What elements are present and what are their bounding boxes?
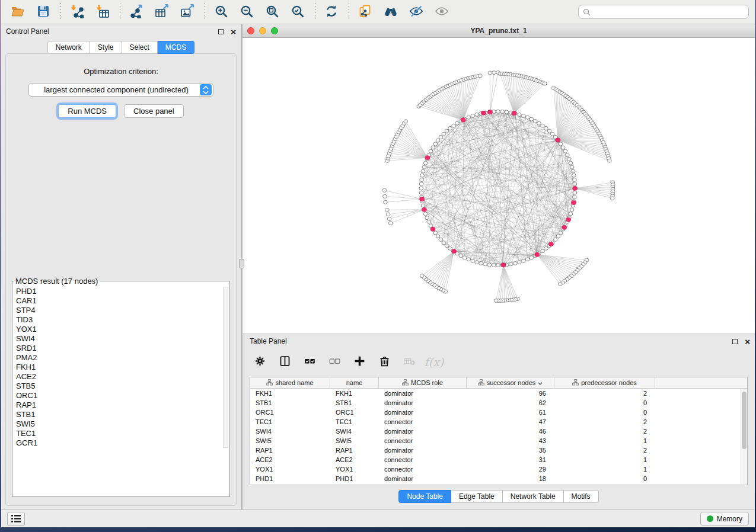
tab-style[interactable]: Style [90, 41, 122, 54]
mcds-result-item[interactable]: STB1 [16, 410, 226, 419]
mcds-result-list[interactable]: PHD1CAR1STP4TID3YOX1SWI4SRD1PMA2FKH1ACE2… [12, 286, 229, 449]
tab-select[interactable]: Select [122, 41, 158, 54]
delete-row-button[interactable] [375, 353, 393, 371]
mcds-result-item[interactable]: PHD1 [16, 287, 226, 296]
duplicate-network-button[interactable] [355, 2, 376, 21]
optimization-criterion-select[interactable]: largest connected component (undirected) [28, 83, 213, 97]
network-window-titlebar[interactable]: YPA_prune.txt_1 [243, 24, 755, 38]
column-header-MCDS-role[interactable]: MCDS role [379, 377, 467, 388]
mcds-list-scrollbar[interactable] [223, 287, 228, 448]
table-row[interactable]: SWI5SWI5connector431 [250, 436, 747, 446]
table-row[interactable]: ACE2ACE2connector311 [250, 455, 747, 464]
column-header-name[interactable]: name [330, 377, 379, 388]
function-builder-icon: f(x) [425, 355, 444, 368]
mcds-result-item[interactable]: STB5 [16, 382, 226, 391]
main-toolbar [1, 0, 755, 24]
task-history-button[interactable] [7, 512, 25, 526]
column-type-icon [478, 379, 484, 387]
show-columns-button[interactable] [276, 353, 294, 371]
select-all-button[interactable] [301, 353, 318, 371]
mcds-result-item[interactable]: SWI5 [16, 419, 226, 429]
tab-mcds[interactable]: MCDS [158, 41, 194, 54]
export-table-button[interactable] [151, 2, 173, 21]
column-header-predecessor-nodes[interactable]: predecessor nodes [554, 377, 655, 388]
hide-selected-button[interactable] [406, 2, 427, 21]
optimization-criterion-value: largest connected component (undirected) [29, 85, 200, 94]
network-canvas[interactable] [243, 38, 755, 334]
table-cell: 96 [467, 390, 554, 397]
mcds-result-item[interactable]: RAP1 [16, 400, 226, 410]
float-panel-icon[interactable] [218, 29, 224, 34]
table-cell: ACE2 [330, 456, 379, 463]
export-network-button[interactable] [126, 2, 147, 21]
column-header-successor-nodes[interactable]: successor nodes [467, 377, 554, 388]
mcds-result-item[interactable]: SWI4 [16, 334, 226, 344]
column-label: predecessor nodes [581, 379, 637, 386]
mcds-result-item[interactable]: GCR1 [16, 438, 226, 448]
float-table-panel-icon[interactable] [732, 339, 738, 344]
close-panel-icon[interactable]: × [231, 29, 236, 34]
export-table-icon [155, 4, 169, 20]
table-cell: connector [379, 456, 467, 463]
first-neighbors-button[interactable] [380, 2, 401, 21]
memory-status-icon [707, 515, 713, 522]
status-bar: Memory [1, 509, 755, 527]
mcds-result-item[interactable]: ACE2 [16, 372, 226, 382]
column-label: shared name [275, 379, 313, 386]
mcds-result-item[interactable]: STP4 [16, 306, 226, 315]
mcds-result-item[interactable]: FKH1 [16, 363, 226, 372]
import-network-icon [70, 4, 84, 20]
close-panel-button[interactable]: Close panel [124, 104, 184, 118]
table-row[interactable]: PHD1PHD1dominator180 [250, 474, 747, 483]
mcds-result-item[interactable]: TEC1 [16, 429, 226, 438]
refresh-view-button[interactable] [321, 2, 342, 21]
add-row-icon [353, 355, 366, 369]
zoom-out-button[interactable] [236, 2, 257, 21]
mcds-result-item[interactable]: CAR1 [16, 296, 226, 306]
table-row[interactable]: SWI4SWI4dominator462 [250, 427, 747, 436]
import-table-button[interactable] [92, 2, 113, 21]
table-row[interactable]: YOX1YOX1connector291 [250, 464, 747, 474]
vertical-splitter[interactable] [241, 24, 243, 509]
table-row[interactable]: TEC1TEC1connector472 [250, 417, 747, 427]
show-all-button[interactable] [431, 2, 452, 21]
tab-network[interactable]: Network [47, 41, 90, 54]
zoom-in-button[interactable] [210, 2, 232, 21]
mcds-result-item[interactable]: ORC1 [16, 391, 226, 400]
tab-network-table[interactable]: Network Table [503, 490, 564, 503]
settings-button[interactable] [251, 353, 269, 371]
add-row-button[interactable] [350, 353, 368, 371]
close-table-panel-icon[interactable]: × [745, 339, 750, 344]
splitter-grip[interactable] [239, 259, 244, 268]
save-session-button[interactable] [33, 2, 54, 21]
mcds-result-item[interactable]: TID3 [16, 315, 226, 325]
column-header-shared-name[interactable]: shared name [250, 377, 330, 388]
tab-edge-table[interactable]: Edge Table [451, 490, 503, 503]
table-cell: dominator [379, 475, 467, 482]
table-cell: ACE2 [250, 456, 330, 463]
table-scrollbar[interactable] [741, 389, 747, 484]
unselect-all-button[interactable] [326, 353, 343, 371]
function-builder-button: f(x) [425, 353, 443, 371]
table-cell: dominator [379, 390, 467, 397]
tab-node-table[interactable]: Node Table [398, 490, 451, 503]
mcds-result-item[interactable]: YOX1 [16, 325, 226, 334]
table-row[interactable]: RAP1RAP1dominator352 [250, 446, 747, 455]
application-window: Control Panel × NetworkStyleSelectMCDS O… [1, 0, 755, 527]
mcds-result-item[interactable]: SRD1 [16, 344, 226, 353]
export-image-button[interactable] [177, 2, 198, 21]
toolbar-separator [120, 3, 120, 21]
mcds-result-item[interactable]: PMA2 [16, 353, 226, 363]
open-file-button[interactable] [7, 2, 28, 21]
tab-motifs[interactable]: Motifs [564, 490, 599, 503]
table-row[interactable]: FKH1FKH1dominator962 [250, 389, 747, 398]
memory-button[interactable]: Memory [700, 512, 749, 525]
search-input[interactable] [594, 8, 744, 16]
run-mcds-button[interactable]: Run MCDS [58, 104, 116, 118]
zoom-fit-button[interactable] [261, 2, 283, 21]
table-row[interactable]: ORC1ORC1dominator610 [250, 408, 747, 417]
import-network-button[interactable] [66, 2, 88, 21]
zoom-selected-button[interactable] [287, 2, 308, 21]
table-scrollbar-thumb[interactable] [742, 392, 747, 449]
table-row[interactable]: STB1STB1dominator620 [250, 398, 747, 408]
